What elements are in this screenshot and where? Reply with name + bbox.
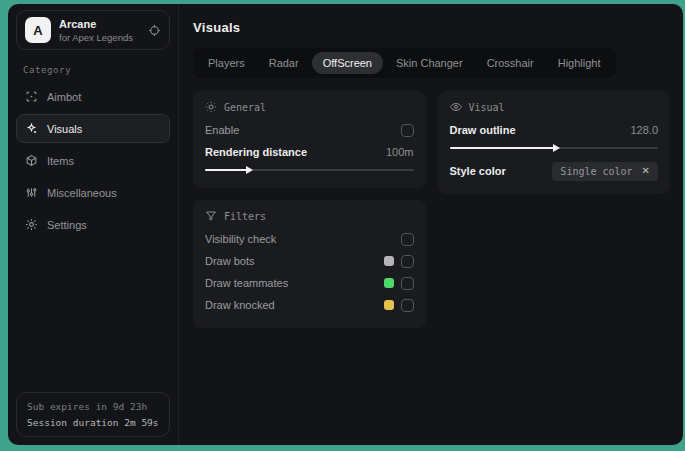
rendering-distance-row: Rendering distance 100m (205, 141, 414, 163)
gear-icon (25, 218, 38, 231)
draw-bots-row: Draw bots (205, 250, 414, 272)
draw-teammates-row: Draw teammates (205, 272, 414, 294)
filters-panel-header: Filters (205, 210, 414, 222)
tab-radar[interactable]: Radar (258, 52, 310, 74)
app-card: A Arcane for Apex Legends (16, 10, 170, 50)
draw-knocked-checkbox[interactable] (401, 299, 414, 312)
sparkles-icon (25, 122, 38, 135)
visual-panel-title: Visual (469, 102, 505, 113)
draw-outline-slider[interactable] (450, 142, 659, 154)
tab-offscreen[interactable]: OffScreen (312, 52, 383, 74)
tab-crosshair[interactable]: Crosshair (476, 52, 545, 74)
sidebar-item-label: Visuals (47, 123, 82, 135)
draw-knocked-color-swatch[interactable] (384, 300, 394, 310)
style-color-select[interactable]: Single color ✕ (552, 162, 658, 181)
sun-icon (205, 101, 217, 113)
rendering-distance-value: 100m (386, 146, 414, 158)
filters-panel-title: Filters (224, 211, 266, 222)
right-column: Visual Draw outline 128.0 Style color (438, 91, 671, 194)
sidebar-item-aimbot[interactable]: Aimbot (16, 82, 170, 111)
app-subtitle: for Apex Legends (59, 32, 140, 43)
general-panel-header: General (205, 101, 414, 113)
crosshair-icon[interactable] (148, 24, 161, 37)
slider-fill (205, 169, 247, 171)
target-icon (25, 90, 38, 103)
tab-highlight[interactable]: Highlight (547, 52, 612, 74)
tab-bar: Players Radar OffScreen Skin Changer Cro… (193, 48, 616, 78)
style-color-label: Style color (450, 165, 506, 177)
sidebar-item-settings[interactable]: Settings (16, 210, 170, 239)
sidebar-item-label: Aimbot (47, 91, 81, 103)
sidebar-item-label: Settings (47, 219, 87, 231)
session-duration-text: Session duration 2m 59s (27, 417, 159, 428)
visual-panel: Visual Draw outline 128.0 Style color (438, 91, 671, 194)
app-titles: Arcane for Apex Legends (59, 18, 140, 43)
slider-thumb[interactable] (553, 144, 560, 152)
app-window: A Arcane for Apex Legends Category (8, 4, 683, 445)
draw-outline-label: Draw outline (450, 124, 516, 136)
sidebar-nav: Aimbot Visuals Items (16, 82, 170, 239)
tab-players[interactable]: Players (197, 52, 256, 74)
rendering-distance-label: Rendering distance (205, 146, 307, 158)
visibility-check-row: Visibility check (205, 228, 414, 250)
app-logo: A (25, 17, 51, 43)
draw-outline-value: 128.0 (630, 124, 658, 136)
draw-bots-checkbox[interactable] (401, 255, 414, 268)
rendering-distance-slider[interactable] (205, 164, 414, 176)
draw-bots-color-swatch[interactable] (384, 256, 394, 266)
sliders-icon (25, 186, 38, 199)
tab-skin-changer[interactable]: Skin Changer (385, 52, 474, 74)
enable-row: Enable (205, 119, 414, 141)
visibility-check-checkbox[interactable] (401, 233, 414, 246)
draw-teammates-color-swatch[interactable] (384, 278, 394, 288)
box-icon (25, 154, 38, 167)
style-color-value: Single color (560, 166, 632, 177)
page-title: Visuals (193, 20, 670, 35)
general-panel-title: General (224, 102, 266, 113)
clear-icon[interactable]: ✕ (642, 166, 650, 176)
sidebar: A Arcane for Apex Legends Category (8, 4, 179, 445)
filters-panel: Filters Visibility check Draw bots (193, 200, 426, 328)
left-column: General Enable Rendering distance 100m (193, 91, 426, 328)
funnel-icon (205, 210, 217, 222)
draw-bots-label: Draw bots (205, 255, 255, 267)
style-color-row: Style color Single color ✕ (450, 160, 659, 182)
category-label: Category (23, 65, 163, 75)
enable-label: Enable (205, 124, 239, 136)
sidebar-item-label: Miscellaneous (47, 187, 117, 199)
app-title: Arcane (59, 18, 140, 30)
draw-knocked-row: Draw knocked (205, 294, 414, 316)
sidebar-item-label: Items (47, 155, 74, 167)
sidebar-item-items[interactable]: Items (16, 146, 170, 175)
draw-teammates-label: Draw teammates (205, 277, 288, 289)
panels-area: General Enable Rendering distance 100m (193, 91, 670, 328)
subscription-info: Sub expires in 9d 23h Session duration 2… (16, 392, 170, 437)
visibility-check-label: Visibility check (205, 233, 276, 245)
slider-fill (450, 147, 554, 149)
general-panel: General Enable Rendering distance 100m (193, 91, 426, 188)
enable-checkbox[interactable] (401, 124, 414, 137)
draw-teammates-checkbox[interactable] (401, 277, 414, 290)
sidebar-item-miscellaneous[interactable]: Miscellaneous (16, 178, 170, 207)
main-content: Visuals Players Radar OffScreen Skin Cha… (179, 4, 683, 445)
visual-panel-header: Visual (450, 101, 659, 113)
slider-thumb[interactable] (246, 166, 253, 174)
draw-knocked-label: Draw knocked (205, 299, 275, 311)
sub-expires-text: Sub expires in 9d 23h (27, 401, 159, 412)
draw-outline-row: Draw outline 128.0 (450, 119, 659, 141)
eye-icon (450, 101, 462, 113)
sidebar-item-visuals[interactable]: Visuals (16, 114, 170, 143)
